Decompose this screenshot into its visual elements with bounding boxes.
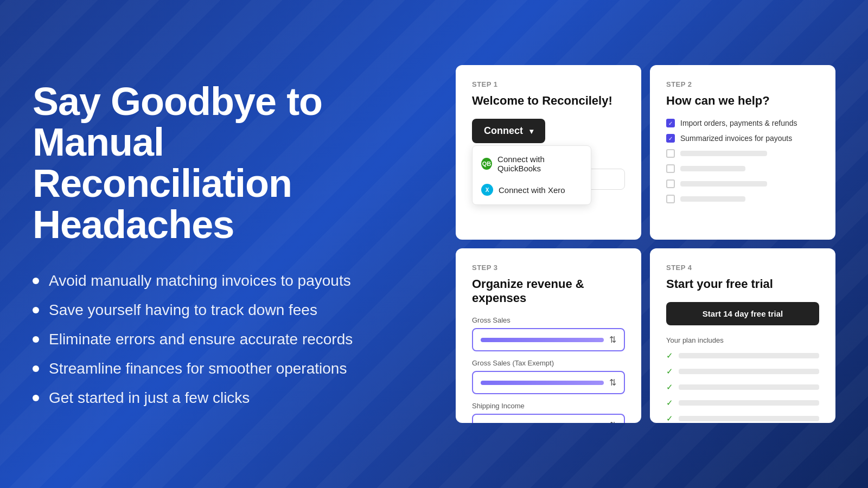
- plan-placeholder-3: [679, 384, 819, 390]
- bullet-dot: [33, 307, 39, 313]
- checkbox-label-1: Import orders, payments & refunds: [680, 119, 797, 127]
- right-panel: STEP 1 Welcome to Reconcilely! Connect ▾…: [456, 65, 835, 423]
- bullet-item: Streamline finances for smoother operati…: [33, 360, 412, 377]
- gross-sales-select[interactable]: ⇅: [472, 328, 625, 351]
- step2-label: STEP 2: [666, 80, 819, 88]
- check-icon-2: ✓: [666, 367, 673, 376]
- bullet-dot: [33, 395, 39, 401]
- plan-item-1: ✓: [666, 351, 819, 361]
- plan-items: ✓ ✓ ✓ ✓ ✓: [666, 351, 819, 423]
- gross-sales-tax-bar: [481, 381, 604, 385]
- checkbox-unchecked-icon-6: [666, 195, 675, 203]
- check-icon-4: ✓: [666, 398, 673, 408]
- quickbooks-icon: QB: [481, 158, 492, 170]
- connect-label: Connect: [484, 125, 523, 137]
- placeholder-4: [680, 166, 745, 171]
- plan-item-2: ✓: [666, 367, 819, 376]
- checkbox-unchecked-icon-3: [666, 149, 675, 158]
- check-icon-1: ✓: [666, 351, 673, 361]
- step4-label: STEP 4: [666, 264, 819, 272]
- plan-placeholder-5: [679, 416, 819, 421]
- checkbox-item-1[interactable]: ✓ Import orders, payments & refunds: [666, 119, 819, 127]
- check-icon-3: ✓: [666, 382, 673, 392]
- shipping-income-select[interactable]: ⇅: [472, 414, 625, 423]
- plan-label: Your plan includes: [666, 336, 819, 344]
- step1-title: Welcome to Reconcilely!: [472, 94, 625, 108]
- left-panel: Say Goodbye to Manual Reconciliation Hea…: [33, 81, 412, 407]
- connect-dropdown: QB Connect with QuickBooks X Connect wit…: [472, 145, 591, 205]
- bullet-text: Get started in just a few clicks: [49, 389, 250, 407]
- step1-label: STEP 1: [472, 80, 625, 88]
- chevron-down-icon: ▾: [529, 127, 533, 136]
- checkbox-item-6[interactable]: [666, 195, 819, 203]
- xero-label: Connect with Xero: [499, 185, 565, 195]
- bullet-text: Save yourself having to track down fees: [49, 301, 317, 319]
- gross-sales-tax-label: Gross Sales (Tax Exempt): [472, 359, 625, 367]
- bullet-dot: [33, 336, 39, 343]
- step2-card: STEP 2 How can we help? ✓ Import orders,…: [650, 65, 835, 240]
- placeholder-6: [680, 196, 745, 202]
- start-trial-button[interactable]: Start 14 day free trial: [666, 302, 819, 325]
- plan-item-4: ✓: [666, 398, 819, 408]
- step4-card: STEP 4 Start your free trial Start 14 da…: [650, 248, 835, 423]
- checkbox-checked-icon-2: ✓: [666, 134, 675, 143]
- connect-quickbooks-item[interactable]: QB Connect with QuickBooks: [473, 149, 591, 178]
- plan-placeholder-1: [679, 353, 819, 358]
- hero-title: Say Goodbye to Manual Reconciliation Hea…: [33, 81, 412, 245]
- bullet-dot: [33, 365, 39, 372]
- check-icon-5: ✓: [666, 414, 673, 423]
- bullet-item: Save yourself having to track down fees: [33, 301, 412, 319]
- gross-sales-tax-select[interactable]: ⇅: [472, 371, 625, 394]
- xero-icon: X: [481, 184, 493, 196]
- step3-card: STEP 3 Organize revenue & expenses Gross…: [456, 248, 641, 423]
- shipping-income-label: Shipping Income: [472, 402, 625, 410]
- bullet-item: Get started in just a few clicks: [33, 389, 412, 407]
- gross-sales-label: Gross Sales: [472, 316, 625, 324]
- gross-sales-bar: [481, 338, 604, 342]
- connect-xero-item[interactable]: X Connect with Xero: [473, 178, 591, 201]
- select-chevron-2: ⇅: [609, 377, 616, 388]
- bullet-list: Avoid manually matching invoices to payo…: [33, 272, 412, 407]
- checkbox-unchecked-icon-4: [666, 164, 675, 173]
- bullet-item: Avoid manually matching invoices to payo…: [33, 272, 412, 290]
- bullet-item: Eliminate errors and ensure accurate rec…: [33, 331, 412, 348]
- step4-title: Start your free trial: [666, 277, 819, 291]
- step3-label: STEP 3: [472, 264, 625, 272]
- checkbox-item-2[interactable]: ✓ Summarized invoices for payouts: [666, 134, 819, 143]
- plan-item-3: ✓: [666, 382, 819, 392]
- bullet-dot: [33, 278, 39, 284]
- bullet-text: Avoid manually matching invoices to payo…: [49, 272, 351, 290]
- plan-placeholder-2: [679, 369, 819, 374]
- step3-title: Organize revenue & expenses: [472, 277, 625, 305]
- step2-title: How can we help?: [666, 94, 819, 108]
- placeholder-3: [680, 151, 767, 156]
- select-chevron-3: ⇅: [609, 420, 616, 423]
- checkbox-checked-icon-1: ✓: [666, 119, 675, 127]
- plan-placeholder-4: [679, 400, 819, 406]
- select-chevron-1: ⇅: [609, 335, 616, 345]
- quickbooks-label: Connect with QuickBooks: [497, 155, 582, 173]
- checkbox-list: ✓ Import orders, payments & refunds ✓ Su…: [666, 119, 819, 203]
- checkbox-item-5[interactable]: [666, 179, 819, 188]
- connect-button[interactable]: Connect ▾: [472, 119, 545, 143]
- placeholder-5: [680, 181, 767, 187]
- bullet-text: Eliminate errors and ensure accurate rec…: [49, 331, 353, 348]
- checkbox-item-3[interactable]: [666, 149, 819, 158]
- bullet-text: Streamline finances for smoother operati…: [49, 360, 347, 377]
- connect-btn-wrapper: Connect ▾ QB Connect with QuickBooks X C…: [472, 119, 545, 143]
- step1-card: STEP 1 Welcome to Reconcilely! Connect ▾…: [456, 65, 641, 240]
- checkbox-item-4[interactable]: [666, 164, 819, 173]
- checkbox-label-2: Summarized invoices for payouts: [680, 134, 792, 143]
- plan-item-5: ✓: [666, 414, 819, 423]
- checkbox-unchecked-icon-5: [666, 179, 675, 188]
